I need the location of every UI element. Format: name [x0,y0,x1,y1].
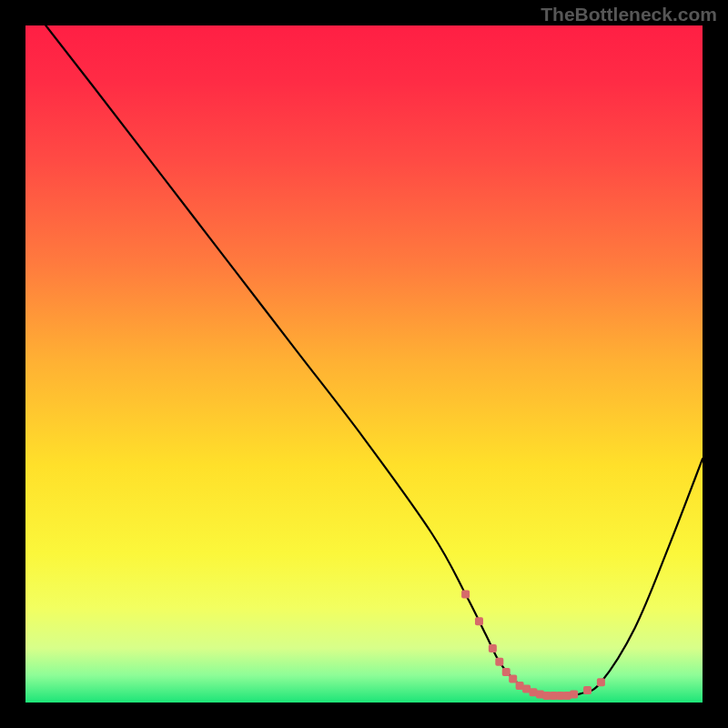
chart-marker [509,674,517,682]
chart-marker [495,658,503,666]
chart-background [25,25,703,703]
chart-marker [461,590,470,598]
watermark-text: TheBottleneck.com [541,4,717,25]
chart-marker [583,686,592,694]
chart-marker [475,617,483,625]
chart-marker [502,668,511,676]
chart-plot-area [25,25,703,703]
chart-svg [25,25,703,703]
chart-marker [489,644,497,652]
chart-marker [597,678,605,686]
chart-marker [570,691,578,699]
